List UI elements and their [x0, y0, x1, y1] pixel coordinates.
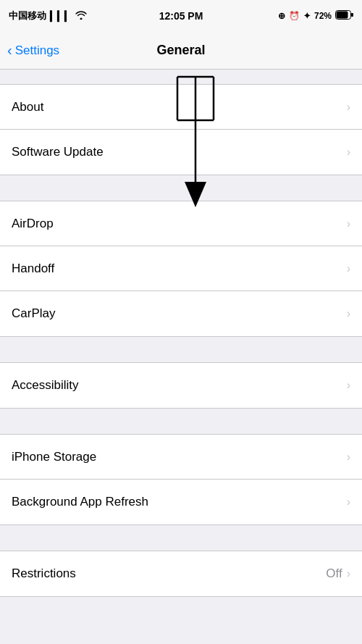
iphone-storage-row[interactable]: iPhone Storage › [0, 435, 362, 480]
status-right: ⊕ ⏰ ✦ 72% [278, 10, 353, 22]
accessibility-row[interactable]: Accessibility › [0, 363, 362, 408]
background-app-refresh-chevron-icon: › [347, 495, 350, 509]
svg-rect-2 [351, 13, 353, 17]
status-bar: 中国移动 ▎▎▎ 12:05 PM ⊕ ⏰ ✦ 72% [0, 0, 362, 32]
section-gap-1 [0, 175, 362, 201]
background-app-refresh-right: › [347, 495, 350, 509]
section-gap-top [0, 70, 362, 84]
back-button[interactable]: ‹ Settings [7, 43, 59, 59]
carrier-text: 中国移动 [9, 9, 46, 22]
about-label: About [12, 100, 43, 114]
about-chevron-icon: › [347, 101, 350, 114]
accessibility-right: › [347, 379, 350, 392]
carplay-row[interactable]: CarPlay › [0, 291, 362, 336]
section-accessibility: Accessibility › [0, 362, 362, 409]
software-update-chevron-icon: › [347, 146, 350, 159]
restrictions-row[interactable]: Restrictions Off › [0, 551, 362, 596]
back-chevron-icon: ‹ [7, 42, 12, 59]
handoff-row[interactable]: Handoff › [0, 246, 362, 291]
svg-rect-1 [337, 12, 348, 19]
section-restrictions: Restrictions Off › [0, 551, 362, 597]
iphone-storage-right: › [347, 451, 350, 464]
software-update-row[interactable]: Software Update › [0, 130, 362, 175]
nav-bar: ‹ Settings General [0, 32, 362, 70]
section-gap-bottom [0, 597, 362, 622]
page-title: General [156, 43, 205, 58]
section-storage: iPhone Storage › Background App Refresh … [0, 434, 362, 525]
section-gap-3 [0, 409, 362, 434]
restrictions-chevron-icon: › [347, 567, 350, 580]
background-app-refresh-row[interactable]: Background App Refresh › [0, 480, 362, 524]
software-update-right: › [347, 146, 350, 159]
background-app-refresh-label: Background App Refresh [12, 495, 148, 509]
battery-icon [335, 10, 353, 22]
about-row[interactable]: About › [0, 85, 362, 130]
software-update-label: Software Update [12, 145, 104, 159]
handoff-right: › [347, 262, 350, 275]
bluetooth-icon: ✦ [303, 11, 311, 21]
section-continuity: AirDrop › Handoff › CarPlay › [0, 201, 362, 337]
restrictions-right: Off › [326, 566, 350, 581]
settings-content: About › Software Update › AirDrop › [0, 70, 362, 644]
airdrop-chevron-icon: › [347, 217, 350, 230]
wifi-icon [75, 10, 87, 22]
section-gap-2 [0, 337, 362, 362]
alarm-icon: ⏰ [289, 11, 300, 21]
status-left: 中国移动 ▎▎▎ [9, 9, 87, 22]
handoff-chevron-icon: › [347, 262, 350, 275]
airdrop-right: › [347, 217, 350, 230]
back-label: Settings [15, 43, 59, 58]
page-wrapper: 中国移动 ▎▎▎ 12:05 PM ⊕ ⏰ ✦ 72% [0, 0, 362, 644]
battery-percent: 72% [314, 11, 332, 21]
location-icon: ⊕ [278, 11, 285, 21]
status-time: 12:05 PM [159, 10, 203, 22]
restrictions-value: Off [326, 566, 342, 581]
handoff-label: Handoff [12, 262, 54, 276]
carplay-right: › [347, 307, 350, 320]
airdrop-label: AirDrop [12, 217, 54, 231]
signal-icon: ▎▎▎ [50, 11, 72, 22]
section-gap-4 [0, 525, 362, 551]
carplay-label: CarPlay [12, 306, 55, 321]
airdrop-row[interactable]: AirDrop › [0, 201, 362, 246]
iphone-storage-label: iPhone Storage [12, 450, 96, 464]
carplay-chevron-icon: › [347, 307, 350, 320]
restrictions-label: Restrictions [12, 566, 76, 581]
iphone-storage-chevron-icon: › [347, 451, 350, 464]
accessibility-label: Accessibility [12, 378, 79, 393]
accessibility-chevron-icon: › [347, 379, 350, 392]
section-about: About › Software Update › [0, 84, 362, 175]
about-right: › [347, 101, 350, 114]
